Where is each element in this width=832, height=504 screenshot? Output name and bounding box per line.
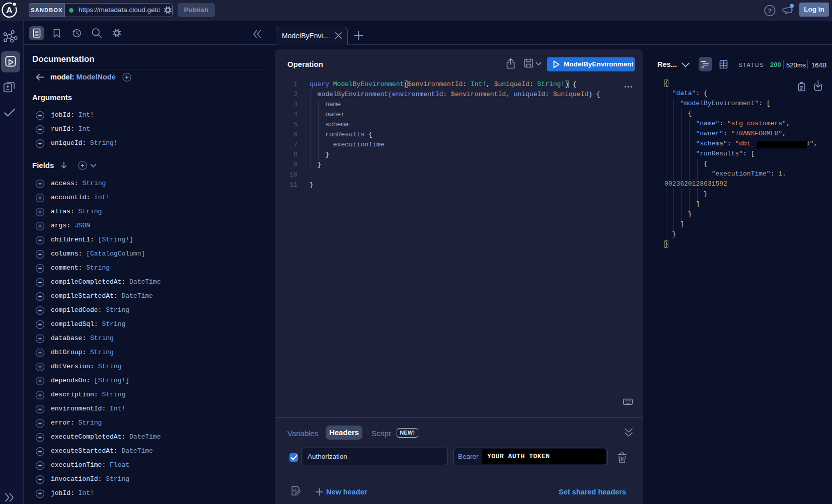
- svg-text:A: A: [6, 6, 12, 15]
- svg-text:?: ?: [768, 7, 772, 15]
